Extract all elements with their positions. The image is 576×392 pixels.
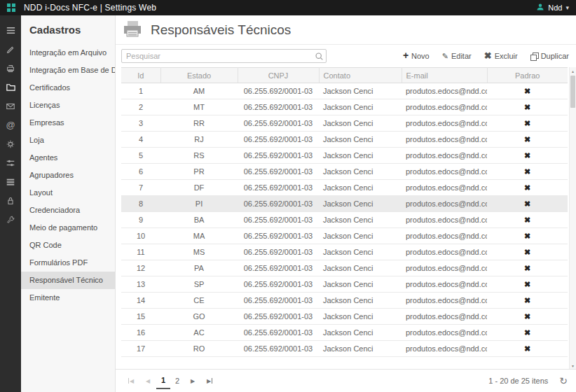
table-row[interactable]: 9BA06.255.692/0001-03Jackson Cenciprodut… xyxy=(121,212,568,228)
lock-icon[interactable] xyxy=(0,191,21,210)
table-row[interactable]: 1AM06.255.692/0001-03Jackson Cenciprodut… xyxy=(121,83,568,99)
data-grid: Id Estado CNPJ Contato E-mail Padrao 1AM… xyxy=(121,67,568,357)
cell-padrao: ✖ xyxy=(487,148,568,164)
table-row[interactable]: 5RS06.255.692/0001-03Jackson Cenciprodut… xyxy=(121,148,568,164)
cell-contato: Jackson Cenci xyxy=(319,148,402,164)
search-input[interactable] xyxy=(121,49,327,63)
cell-id: 6 xyxy=(121,164,160,180)
cell-contato: Jackson Cenci xyxy=(319,341,402,357)
list-icon[interactable] xyxy=(0,172,21,191)
sidebar-item-credenciadora[interactable]: Credenciadora xyxy=(21,202,115,219)
sidebar-item-integracao-em-arquivo[interactable]: Integração em Arquivo xyxy=(21,44,115,62)
duplicar-button[interactable]: Duplicar xyxy=(530,52,569,60)
sidebar-item-responsavel-tecnico[interactable]: Responsável Técnico xyxy=(21,272,115,289)
sidebar-item-certificados[interactable]: Certificados xyxy=(21,79,115,97)
table-row[interactable]: 4RJ06.255.692/0001-03Jackson Cenciprodut… xyxy=(121,132,568,148)
table-row[interactable]: 15GO06.255.692/0001-03Jackson Cenciprodu… xyxy=(121,309,568,325)
cell-padrao: ✖ xyxy=(487,244,568,260)
pager-first-button[interactable]: ◀ xyxy=(123,372,139,389)
table-zone: Id Estado CNPJ Contato E-mail Padrao 1AM… xyxy=(116,67,576,369)
wrench-icon[interactable] xyxy=(0,210,21,229)
table-row[interactable]: 16AC06.255.692/0001-03Jackson Cenciprodu… xyxy=(121,325,568,341)
sidebar-item-meio-de-pagamento[interactable]: Meio de pagamento xyxy=(21,219,115,237)
cell-email: produtos.edocs@ndd.com.br xyxy=(402,148,487,164)
chevron-down-icon: ▾ xyxy=(565,4,569,11)
table-row[interactable]: 8PI06.255.692/0001-03Jackson Cenciprodut… xyxy=(121,196,568,212)
excluir-button[interactable]: ✖ Excluir xyxy=(484,52,518,60)
col-header-id[interactable]: Id xyxy=(121,68,160,83)
sidebar-item-emitente[interactable]: Emitente xyxy=(21,289,115,307)
cell-contato: Jackson Cenci xyxy=(319,99,402,115)
apps-grid-icon[interactable] xyxy=(7,4,15,12)
editar-button[interactable]: ✎ Editar xyxy=(442,52,472,60)
gear-icon[interactable] xyxy=(0,134,21,153)
table-scrollbar[interactable]: ▴ ▾ xyxy=(569,67,576,369)
search-box xyxy=(121,49,327,63)
cell-estado: DF xyxy=(160,180,238,196)
table-row[interactable]: 3RR06.255.692/0001-03Jackson Cenciprodut… xyxy=(121,115,568,132)
cell-id: 15 xyxy=(121,309,160,325)
cell-email: produtos.edocs@ndd.com.br xyxy=(402,325,487,341)
table-row[interactable]: 2MT06.255.692/0001-03Jackson Cenciprodut… xyxy=(121,99,568,115)
sliders-icon[interactable] xyxy=(0,153,21,172)
main-content: Responsáveis Técnicos + Novo ✎ xyxy=(116,15,576,392)
table-row[interactable]: 7DF06.255.692/0001-03Jackson Cenciprodut… xyxy=(121,180,568,196)
user-menu[interactable]: Ndd ▾ xyxy=(536,3,569,13)
search-icon[interactable] xyxy=(315,52,324,63)
folder-icon[interactable] xyxy=(0,78,21,97)
cell-id: 14 xyxy=(121,293,160,309)
sidebar-item-qr-code[interactable]: QR Code xyxy=(21,237,115,254)
sidebar-item-integracao-em-base-de-dados[interactable]: Integração em Base de Dados xyxy=(21,62,115,79)
cell-contato: Jackson Cenci xyxy=(319,132,402,148)
pager-page-1[interactable]: 1 xyxy=(156,372,170,389)
app-title: NDD i-Docs NFC-e | Settings Web xyxy=(24,3,156,13)
cell-padrao: ✖ xyxy=(487,132,568,148)
table-row[interactable]: 17RO06.255.692/0001-03Jackson Cenciprodu… xyxy=(121,341,568,357)
scroll-up-icon[interactable]: ▴ xyxy=(570,67,576,74)
sidebar-item-licencas[interactable]: Licenças xyxy=(21,97,115,114)
table-row[interactable]: 6PR06.255.692/0001-03Jackson Cenciprodut… xyxy=(121,164,568,180)
cell-estado: MA xyxy=(160,228,238,244)
cell-estado: AM xyxy=(160,83,238,99)
novo-button[interactable]: + Novo xyxy=(403,52,430,60)
at-icon[interactable]: @ xyxy=(0,115,21,134)
sidebar-item-layout[interactable]: Layout xyxy=(21,184,115,202)
table-row[interactable]: 14CE06.255.692/0001-03Jackson Cenciprodu… xyxy=(121,293,568,309)
pen-icon[interactable] xyxy=(0,40,21,59)
sidebar-item-empresas[interactable]: Empresas xyxy=(21,114,115,132)
sidebar-item-agentes[interactable]: Agentes xyxy=(21,149,115,167)
menu-icon[interactable] xyxy=(0,21,21,40)
table-row[interactable]: 10MA06.255.692/0001-03Jackson Cenciprodu… xyxy=(121,228,568,244)
cell-cnpj: 06.255.692/0001-03 xyxy=(238,293,319,309)
scroll-down-icon[interactable]: ▾ xyxy=(570,362,576,369)
sidebar-item-agrupadores[interactable]: Agrupadores xyxy=(21,167,115,184)
cell-email: produtos.edocs@ndd.com.br xyxy=(402,260,487,276)
cell-padrao: ✖ xyxy=(487,293,568,309)
table-body: 1AM06.255.692/0001-03Jackson Cenciprodut… xyxy=(121,83,568,357)
refresh-icon[interactable]: ↻ xyxy=(559,375,568,386)
col-header-estado[interactable]: Estado xyxy=(160,68,238,83)
col-header-padrao[interactable]: Padrao xyxy=(487,68,568,83)
col-header-cnpj[interactable]: CNPJ xyxy=(238,68,319,83)
mail-icon[interactable] xyxy=(0,97,21,115)
cell-estado: RO xyxy=(160,341,238,357)
pager-pages: 12 xyxy=(156,372,184,389)
cell-padrao: ✖ xyxy=(487,164,568,180)
sidebar-item-loja[interactable]: Loja xyxy=(21,132,115,149)
sidebar-item-formularios-pdf[interactable]: Formulários PDF xyxy=(21,254,115,272)
table-row[interactable]: 11MS06.255.692/0001-03Jackson Cenciprodu… xyxy=(121,244,568,260)
pager: ◀ ◀ 12 ▶ ▶ 1 - 20 de 25 itens ↻ xyxy=(116,369,576,392)
pager-prev-button[interactable]: ◀ xyxy=(139,372,156,389)
cell-id: 12 xyxy=(121,260,160,276)
cell-email: produtos.edocs@ndd.com.br xyxy=(402,164,487,180)
printer-icon[interactable] xyxy=(0,59,21,78)
cell-estado: RR xyxy=(160,115,238,132)
table-row[interactable]: 12PA06.255.692/0001-03Jackson Cenciprodu… xyxy=(121,260,568,276)
scrollbar-thumb[interactable] xyxy=(570,76,575,108)
pager-next-button[interactable]: ▶ xyxy=(184,372,201,389)
pager-last-button[interactable]: ▶ xyxy=(201,372,218,389)
pager-page-2[interactable]: 2 xyxy=(170,372,184,389)
table-row[interactable]: 13SP06.255.692/0001-03Jackson Cenciprodu… xyxy=(121,276,568,293)
col-header-email[interactable]: E-mail xyxy=(402,68,487,83)
col-header-contato[interactable]: Contato xyxy=(319,68,402,83)
